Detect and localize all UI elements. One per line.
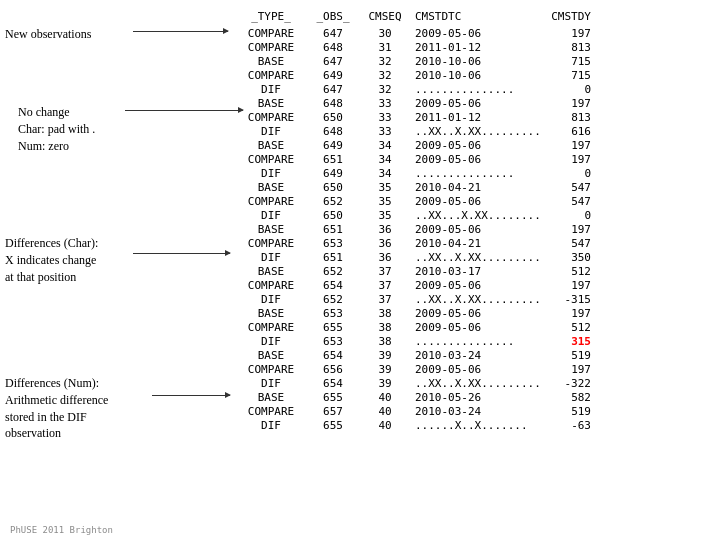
arrowhead-no-change bbox=[238, 107, 244, 113]
cell-cmstdy: 0 bbox=[531, 83, 591, 97]
annotation-diff-num-desc3: observation bbox=[5, 425, 108, 442]
cell-obs: 650 bbox=[307, 111, 359, 125]
cell-obs: 649 bbox=[307, 69, 359, 83]
cell-cmstdtc: 2009-05-06 bbox=[411, 321, 531, 335]
annotation-diff-char-title: Differences (Char): bbox=[5, 235, 98, 252]
cell-cmseq: 33 bbox=[359, 125, 411, 139]
cell-cmseq: 38 bbox=[359, 335, 411, 349]
cell-cmstdtc: 2010-03-24 bbox=[411, 349, 531, 363]
cell-cmseq: 33 bbox=[359, 97, 411, 111]
cell-cmseq: 30 bbox=[359, 27, 411, 41]
table-row: DIF65035..XX...X.XX........0 bbox=[235, 209, 715, 223]
cell-type: BASE bbox=[235, 223, 307, 237]
header-cmseq: CMSEQ bbox=[359, 10, 411, 23]
annotation-diff-char-desc1: X indicates change bbox=[5, 252, 98, 269]
cell-obs: 648 bbox=[307, 41, 359, 55]
table-row: DIF65237..XX..X.XX.........-315 bbox=[235, 293, 715, 307]
cell-obs: 649 bbox=[307, 139, 359, 153]
cell-cmstdy: 813 bbox=[531, 41, 591, 55]
cell-obs: 653 bbox=[307, 237, 359, 251]
cell-obs: 648 bbox=[307, 97, 359, 111]
cell-cmseq: 32 bbox=[359, 83, 411, 97]
cell-cmstdy: 197 bbox=[531, 363, 591, 377]
cell-obs: 650 bbox=[307, 181, 359, 195]
cell-obs: 647 bbox=[307, 27, 359, 41]
cell-type: COMPARE bbox=[235, 279, 307, 293]
cell-cmstdy: -322 bbox=[531, 377, 591, 391]
cell-type: COMPARE bbox=[235, 111, 307, 125]
table-row: DIF65338...............315 bbox=[235, 335, 715, 349]
cell-obs: 652 bbox=[307, 265, 359, 279]
cell-cmstdtc: 2009-05-06 bbox=[411, 363, 531, 377]
header-cmstdtc: CMSTDTC bbox=[411, 10, 531, 23]
header-type: _TYPE_ bbox=[235, 10, 307, 23]
cell-obs: 652 bbox=[307, 293, 359, 307]
cell-type: COMPARE bbox=[235, 363, 307, 377]
table-row: BASE653382009-05-06197 bbox=[235, 307, 715, 321]
cell-type: COMPARE bbox=[235, 153, 307, 167]
cell-obs: 647 bbox=[307, 55, 359, 69]
annotation-char-pad: Char: pad with . bbox=[18, 121, 95, 138]
annotation-new-obs: New observations bbox=[5, 26, 91, 43]
cell-type: BASE bbox=[235, 391, 307, 405]
table-row: COMPARE647302009-05-06197 bbox=[235, 27, 715, 41]
page-container: _TYPE_ _OBS_ CMSEQ CMSTDTC CMSTDY COMPAR… bbox=[0, 0, 720, 540]
cell-cmseq: 40 bbox=[359, 405, 411, 419]
arrowhead-new-obs bbox=[223, 28, 229, 34]
cell-obs: 651 bbox=[307, 251, 359, 265]
cell-cmstdy: 547 bbox=[531, 181, 591, 195]
cell-obs: 653 bbox=[307, 335, 359, 349]
cell-cmstdtc: ............... bbox=[411, 167, 531, 181]
table-row: COMPARE654372009-05-06197 bbox=[235, 279, 715, 293]
cell-cmseq: 35 bbox=[359, 195, 411, 209]
cell-cmstdy: 582 bbox=[531, 391, 591, 405]
table-row: BASE648332009-05-06197 bbox=[235, 97, 715, 111]
annotation-diff-char-desc2: at that position bbox=[5, 269, 98, 286]
table-row: COMPARE656392009-05-06197 bbox=[235, 363, 715, 377]
cell-cmstdy: 315 bbox=[531, 335, 591, 349]
cell-cmseq: 32 bbox=[359, 69, 411, 83]
cell-cmstdy: -315 bbox=[531, 293, 591, 307]
cell-obs: 652 bbox=[307, 195, 359, 209]
cell-cmstdtc: ..XX..X.XX......... bbox=[411, 251, 531, 265]
cell-type: BASE bbox=[235, 139, 307, 153]
cell-cmstdtc: 2009-05-06 bbox=[411, 223, 531, 237]
cell-obs: 657 bbox=[307, 405, 359, 419]
table-row: BASE649342009-05-06197 bbox=[235, 139, 715, 153]
cell-cmseq: 38 bbox=[359, 307, 411, 321]
cell-cmseq: 36 bbox=[359, 251, 411, 265]
cell-cmseq: 32 bbox=[359, 55, 411, 69]
table-row: DIF64934...............0 bbox=[235, 167, 715, 181]
arrowhead-diff-num bbox=[225, 392, 231, 398]
table-row: COMPARE655382009-05-06512 bbox=[235, 321, 715, 335]
cell-cmstdy: 519 bbox=[531, 405, 591, 419]
annotation-diff-num-desc1: Arithmetic difference bbox=[5, 392, 108, 409]
cell-cmstdtc: 2010-05-26 bbox=[411, 391, 531, 405]
cell-cmstdtc: 2010-10-06 bbox=[411, 55, 531, 69]
footer: PhUSE 2011 Brighton bbox=[10, 525, 113, 535]
table-row: BASE647322010-10-06715 bbox=[235, 55, 715, 69]
header-obs: _OBS_ bbox=[307, 10, 359, 23]
cell-cmstdy: 512 bbox=[531, 265, 591, 279]
table-row: COMPARE649322010-10-06715 bbox=[235, 69, 715, 83]
cell-type: COMPARE bbox=[235, 237, 307, 251]
cell-cmstdy: 616 bbox=[531, 125, 591, 139]
cell-cmstdtc: 2010-10-06 bbox=[411, 69, 531, 83]
cell-type: DIF bbox=[235, 125, 307, 139]
cell-cmstdy: 813 bbox=[531, 111, 591, 125]
cell-obs: 654 bbox=[307, 279, 359, 293]
cell-type: DIF bbox=[235, 419, 307, 433]
cell-cmstdy: 197 bbox=[531, 223, 591, 237]
cell-cmstdtc: ............... bbox=[411, 335, 531, 349]
cell-obs: 653 bbox=[307, 307, 359, 321]
cell-cmstdy: 197 bbox=[531, 279, 591, 293]
table-row: BASE655402010-05-26582 bbox=[235, 391, 715, 405]
cell-cmseq: 39 bbox=[359, 349, 411, 363]
arrow-no-change bbox=[125, 110, 243, 111]
cell-cmseq: 34 bbox=[359, 139, 411, 153]
cell-cmstdy: 0 bbox=[531, 167, 591, 181]
cell-cmstdy: 715 bbox=[531, 55, 591, 69]
cell-obs: 647 bbox=[307, 83, 359, 97]
cell-type: DIF bbox=[235, 209, 307, 223]
cell-cmstdy: 519 bbox=[531, 349, 591, 363]
